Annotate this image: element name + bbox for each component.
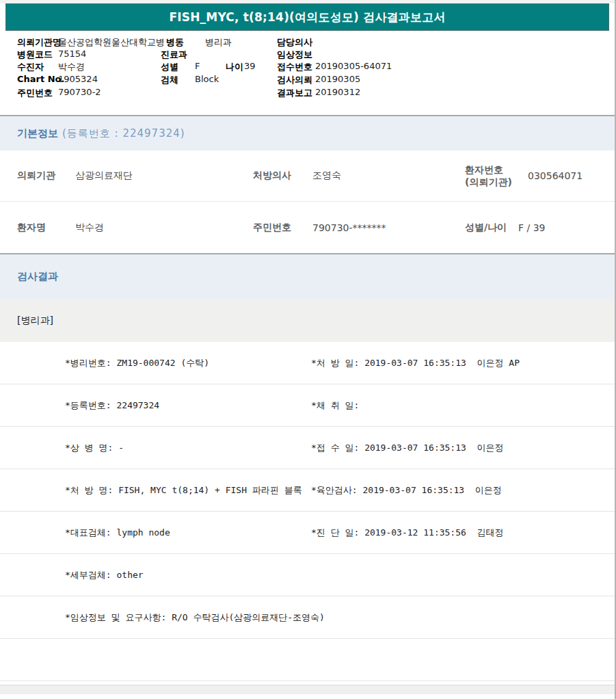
basic-info-title: 기본정보 (17, 127, 58, 140)
detail-row-sub-specimen: *세부검체: other (0, 554, 615, 596)
label-referral-org: 의뢰기관 (17, 170, 55, 182)
label-clinical-info: 임상정보 (277, 49, 312, 61)
department-row: [병리과] (0, 299, 615, 342)
diagnosis-date-text: *진 단 일: 2019-03-12 11:35:56 김태정 (311, 527, 504, 539)
detail-row-clinical-request: *임상정보 및 요구사항: R/O 수탁검사(삼광의료재단-조영숙) (0, 596, 615, 639)
diagnosis-name-text: *상 병 명: - (65, 442, 124, 454)
header-row-5: 주민번호 790730-2 결과보고 20190312 (0, 87, 615, 98)
receipt-date-text: *접 수 일: 2019-03-07 16:35:13 이은정 (311, 442, 504, 454)
header-row-3: 수진자 박수경 성별 F 나이 39 접수번호 20190305-64071 (0, 61, 615, 72)
label-prescribing-doctor: 처방의사 (253, 170, 291, 182)
label-specimen: 검체 (161, 74, 178, 86)
header-row-4: Chart No. 1905324 검체 Block 검사의뢰 20190305 (0, 74, 615, 85)
table-row: 환자명 박수경 주민번호 790730-******* 성별/나이 F / 39 (0, 202, 615, 253)
label-referral-org-name: 의뢰기관명 (17, 36, 62, 49)
label-sex-age: 성별/나이 (465, 222, 507, 234)
label-hospital-code: 병원코드 (17, 49, 53, 61)
label-patient-name: 환자명 (17, 222, 46, 234)
results-title: 검사결과 (17, 270, 58, 283)
label-resident-no-header: 주민번호 (17, 87, 53, 99)
label-patient-no-line2: (의뢰기관) (465, 176, 512, 188)
label-examinee: 수진자 (17, 61, 44, 73)
label-patient-no-line1: 환자번호 (465, 163, 512, 176)
report-title: FISH_MYC, t(8;14)(여의도성모) 검사결과보고서 (169, 10, 445, 25)
value-test-request-date: 20190305 (315, 74, 360, 84)
detail-row-diagnosis-name: *상 병 명: - *접 수 일: 2019-03-07 16:35:13 이은… (0, 427, 615, 469)
basic-info-registration-no: (등록번호 : 22497324) (62, 127, 185, 140)
detail-row-order-name: *처 방 명: FISH, MYC t(8;14) + FISH 파라핀 블록 … (0, 469, 615, 512)
value-examinee: 박수경 (58, 61, 85, 73)
value-patient-no: 030564071 (528, 170, 582, 181)
label-attending-doctor: 담당의사 (277, 36, 312, 49)
value-referral-org: 삼광의료재단 (75, 170, 133, 182)
order-name-text: *처 방 명: FISH, MYC t(8;14) + FISH 파라핀 블록 (65, 484, 302, 497)
prescription-date-text: *처 방 일: 2019-03-07 16:35:13 이은정 AP (311, 357, 520, 369)
patient-header-block: 의뢰기관명 울산공업학원울산대학교병 병동 병리과 담당의사 병원코드 7515… (0, 31, 615, 115)
label-clinic-dept: 진료과 (161, 49, 187, 61)
detail-row-pathology-no: *병리번호: ZM19-000742 (수탁) *처 방 일: 2019-03-… (0, 342, 615, 384)
pathology-no-text: *병리번호: ZM19-000742 (수탁) (65, 357, 209, 369)
detail-row-main-specimen: *대표검체: lymph node *진 단 일: 2019-03-12 11:… (0, 512, 615, 554)
label-age: 나이 (226, 61, 243, 73)
label-result-report-date: 결과보고 (277, 87, 312, 99)
value-receipt-no: 20190305-64071 (315, 61, 392, 71)
gross-exam-text: *육안검사: 2019-03-07 16:35:13 이은정 (311, 484, 502, 497)
value-resident-no-header: 790730-2 (58, 87, 101, 97)
registration-no-text: *등록번호: 22497324 (65, 399, 159, 412)
result-detail-rows: *병리번호: ZM19-000742 (수탁) *처 방 일: 2019-03-… (0, 342, 615, 681)
value-chart-no: 1905324 (58, 74, 98, 84)
value-patient-name: 박수경 (75, 222, 104, 234)
label-sex: 성별 (161, 61, 178, 73)
value-prescribing-doctor: 조영숙 (312, 170, 341, 182)
main-specimen-text: *대표검체: lymph node (65, 527, 170, 539)
value-result-report-date: 20190312 (315, 87, 360, 97)
detail-row-empty (0, 639, 615, 681)
collection-date-text: *채 취 일: (311, 399, 359, 412)
value-hospital-code: 75154 (58, 49, 86, 59)
header-row-2: 병원코드 75154 진료과 임상정보 (0, 49, 615, 60)
table-row: 의뢰기관 삼광의료재단 처방의사 조영숙 환자번호 (의뢰기관) 0305640… (0, 150, 615, 202)
bottom-strip (0, 685, 615, 694)
label-test-request-date: 검사의뢰 (277, 74, 312, 86)
value-sex: F (195, 61, 200, 71)
detail-row-registration-no: *등록번호: 22497324 *채 취 일: (0, 384, 615, 427)
label-resident-no: 주민번호 (253, 222, 291, 234)
value-ward: 병리과 (205, 36, 232, 49)
report-title-bar: FISH_MYC, t(8;14)(여의도성모) 검사결과보고서 (5, 3, 609, 31)
header-row-1: 의뢰기관명 울산공업학원울산대학교병 병동 병리과 담당의사 (0, 36, 615, 47)
value-age: 39 (244, 61, 256, 71)
value-specimen: Block (195, 74, 219, 84)
value-sex-age: F / 39 (518, 222, 545, 233)
value-resident-no: 790730-******* (312, 222, 386, 233)
department-label: [병리과] (17, 315, 53, 327)
label-ward: 병동 (166, 36, 184, 49)
basic-info-table: 의뢰기관 삼광의료재단 처방의사 조영숙 환자번호 (의뢰기관) 0305640… (0, 150, 615, 253)
value-referral-org-name: 울산공업학원울산대학교병 (58, 36, 165, 49)
clinical-request-text: *임상정보 및 요구사항: R/O 수탁검사(삼광의료재단-조영숙) (65, 611, 325, 624)
label-patient-no: 환자번호 (의뢰기관) (465, 163, 512, 188)
basic-info-section-header: 기본정보 (등록번호 : 22497324) (0, 115, 615, 150)
label-receipt-no: 접수번호 (277, 61, 312, 73)
report-page: FISH_MYC, t(8;14)(여의도성모) 검사결과보고서 의뢰기관명 울… (0, 0, 616, 699)
results-section-header: 검사결과 (0, 253, 615, 299)
sub-specimen-text: *세부검체: other (65, 569, 144, 581)
